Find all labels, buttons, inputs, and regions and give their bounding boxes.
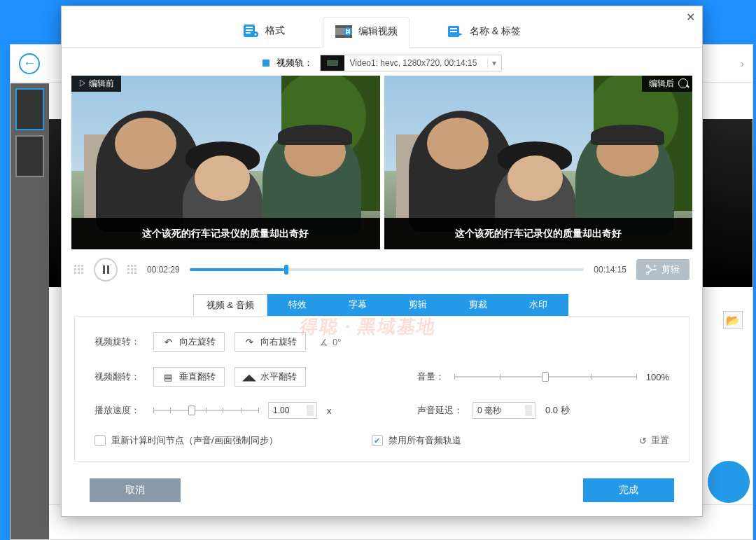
preview-after[interactable]: 这个该死的行车记录仪的质量却出奇好 编辑后 — [384, 76, 693, 249]
svg-rect-2 — [246, 29, 253, 31]
time-current: 00:02:29 — [147, 265, 180, 275]
rotate-left-button[interactable]: ↶向左旋转 — [153, 332, 225, 352]
seek-bar[interactable] — [190, 268, 584, 271]
subtitle-text: 这个该死的行车记录仪的质量却出奇好 — [455, 228, 622, 240]
dialog-actions: 取消 完成 — [62, 471, 702, 516]
svg-rect-8 — [335, 35, 352, 38]
cancel-button[interactable]: 取消 — [90, 478, 181, 502]
svg-text:+: + — [653, 265, 657, 270]
flip-horizontal-button[interactable]: ◢◣水平翻转 — [234, 367, 306, 387]
subtab-trim[interactable]: 剪辑 — [388, 294, 448, 316]
ok-button[interactable]: 完成 — [583, 478, 674, 502]
film-icon — [335, 25, 353, 39]
flip-vertical-button[interactable]: ▤垂直翻转 — [153, 367, 225, 387]
background-convert-button[interactable] — [708, 461, 750, 503]
pause-button[interactable] — [94, 258, 118, 282]
background-sidebar — [10, 83, 49, 539]
delay-output: 0.0 秒 — [545, 404, 570, 417]
subtab-crop[interactable]: 剪裁 — [448, 294, 508, 316]
volume-slider[interactable] — [454, 376, 636, 378]
tag-icon — [447, 25, 464, 39]
rotate-label: 视频旋转： — [94, 335, 144, 348]
slider-handle[interactable] — [542, 372, 549, 382]
tab-tags-label: 名称 & 标签 — [470, 25, 521, 38]
subtab-effects[interactable]: 特效 — [267, 294, 328, 316]
sub-tabs: 视频 & 音频 特效 字幕 剪辑 剪裁 水印 — [74, 294, 690, 316]
mute-checkbox[interactable]: 禁用所有音频轨道 — [372, 434, 461, 447]
chevron-down-icon: ▾ — [487, 58, 501, 68]
badge-before: ▷ 编辑前 — [71, 76, 121, 92]
cut-label: 剪辑 — [662, 263, 680, 276]
angle-icon: ∡ — [320, 337, 328, 347]
preview-area: 这个该死的行车记录仪的质量却出奇好 ▷ 编辑前 这个该死的行车记录仪的质量却出奇… — [71, 76, 692, 249]
volume-value: 100% — [646, 372, 669, 382]
flip-label: 视频翻转： — [94, 371, 144, 383]
forward-icon: › — [741, 58, 744, 69]
cut-button[interactable]: + 剪辑 — [636, 259, 690, 280]
svg-rect-12 — [450, 31, 457, 32]
playback-bar: 00:02:29 00:14:15 + 剪辑 — [62, 249, 702, 294]
flip-v-icon: ▤ — [162, 372, 174, 382]
speed-unit: x — [327, 406, 332, 416]
svg-point-9 — [344, 27, 352, 36]
flip-h-icon: ◢◣ — [244, 372, 255, 382]
grip-icon[interactable] — [127, 265, 137, 275]
track-label: 视频轨： — [276, 57, 313, 69]
badge-after: 编辑后 — [642, 76, 692, 92]
delay-label: 声音延迟： — [417, 404, 463, 417]
seek-handle[interactable] — [284, 265, 288, 275]
format-icon — [243, 23, 260, 39]
checkbox-icon — [94, 435, 106, 446]
tab-format[interactable]: 格式 — [232, 16, 296, 47]
grip-icon[interactable] — [74, 265, 84, 275]
tab-name-tags[interactable]: 名称 & 标签 — [436, 18, 532, 47]
video-track-row: 视频轨： Video1: hevc, 1280x720, 00:14:15 ▾ — [62, 48, 702, 76]
volume-label: 音量： — [417, 371, 444, 383]
resync-checkbox[interactable]: 重新计算时间节点（声音/画面强制同步） — [94, 434, 278, 447]
undo-icon: ↶ — [162, 337, 174, 347]
subtab-watermark[interactable]: 水印 — [508, 294, 568, 316]
svg-rect-14 — [327, 60, 338, 66]
angle-display: ∡0° — [320, 337, 341, 347]
svg-rect-11 — [450, 28, 457, 29]
slider-handle[interactable] — [188, 406, 195, 415]
stop-icon[interactable] — [262, 60, 270, 67]
scissors-icon: + — [646, 265, 657, 275]
checkbox-icon — [372, 435, 383, 446]
speed-spinner[interactable]: 1.00 — [268, 402, 317, 419]
redo-icon: ↷ — [244, 337, 255, 347]
svg-rect-1 — [246, 27, 253, 28]
reset-button[interactable]: ↺ 重置 — [639, 434, 669, 447]
close-icon[interactable]: ✕ — [686, 11, 695, 24]
preview-before[interactable]: 这个该死的行车记录仪的质量却出奇好 ▷ 编辑前 — [71, 76, 380, 249]
speed-label: 播放速度： — [94, 404, 144, 417]
delay-spinner[interactable]: 0 毫秒 — [472, 402, 536, 419]
reset-icon: ↺ — [639, 436, 647, 446]
rotate-right-button[interactable]: ↷向右旋转 — [234, 332, 306, 352]
svg-rect-3 — [246, 32, 251, 34]
track-thumb — [321, 55, 344, 71]
tab-edit-video[interactable]: 编辑视频 — [323, 17, 410, 48]
tab-format-label: 格式 — [265, 25, 285, 37]
browse-icon[interactable]: 📂 — [723, 311, 743, 329]
subtab-video-audio[interactable]: 视频 & 音频 — [193, 294, 267, 316]
back-button[interactable]: ← — [19, 53, 40, 74]
speed-slider[interactable] — [153, 410, 258, 411]
edit-video-dialog: ✕ 格式 编辑视频 名称 & 标签 视频轨： Video1: hevc, 128… — [61, 6, 703, 517]
video-audio-panel: 视频旋转： ↶向左旋转 ↷向右旋转 ∡0° 视频翻转： ▤垂直翻转 ◢◣水平翻转… — [74, 316, 690, 462]
tab-edit-label: 编辑视频 — [358, 25, 398, 38]
track-value: Video1: hevc, 1280x720, 00:14:15 — [344, 58, 487, 68]
subtitle-text: 这个该死的行车记录仪的质量却出奇好 — [142, 228, 309, 240]
subtab-subtitle[interactable]: 字幕 — [328, 294, 388, 316]
track-select[interactable]: Video1: hevc, 1280x720, 00:14:15 ▾ — [320, 55, 502, 71]
top-nav: 格式 编辑视频 名称 & 标签 — [62, 6, 702, 48]
time-total: 00:14:15 — [594, 265, 626, 275]
svg-rect-7 — [335, 25, 352, 28]
svg-point-5 — [254, 34, 256, 36]
